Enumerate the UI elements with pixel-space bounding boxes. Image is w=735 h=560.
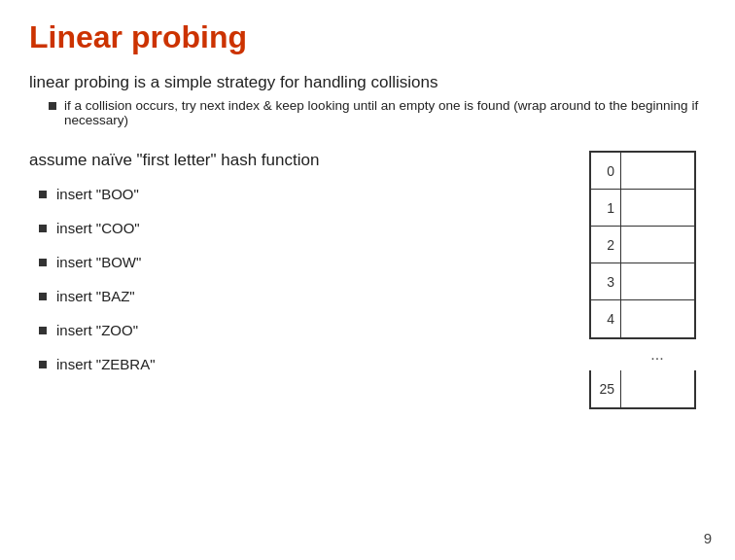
slide: Linear probing linear probing is a simpl… <box>0 0 735 560</box>
insert-item-1: insert "COO" <box>56 220 140 236</box>
left-column: assume naïve "first letter" hash functio… <box>29 151 579 390</box>
hash-cell-0 <box>620 153 694 189</box>
assume-text: assume naïve "first letter" hash functio… <box>29 151 319 170</box>
insert-item-4: insert "ZOO" <box>56 322 138 338</box>
ellipsis-text: ... <box>618 346 696 364</box>
hash-index-3: 3 <box>591 274 620 290</box>
assume-line: assume naïve "first letter" hash functio… <box>29 151 570 170</box>
page-title: Linear probing <box>29 19 706 55</box>
list-item: insert "BOO" <box>39 186 570 202</box>
hash-row-3: 3 <box>591 263 694 300</box>
hash-table: 0 1 2 3 4 <box>589 151 696 339</box>
insert-item-0: insert "BOO" <box>56 186 139 202</box>
hash-cell-25 <box>620 370 694 407</box>
hash-cell-2 <box>620 227 694 262</box>
list-item: insert "COO" <box>39 220 570 236</box>
insert-item-5: insert "ZEBRA" <box>56 356 156 372</box>
hash-cell-1 <box>620 190 694 226</box>
hash-index-25: 25 <box>591 381 620 397</box>
bullet-1-text: if a collision occurs, try next index & … <box>64 98 706 127</box>
hash-row-4: 4 <box>591 300 694 337</box>
bullet-icon <box>39 327 47 334</box>
hash-index-0: 0 <box>591 163 620 179</box>
subtitle: linear probing is a simple strategy for … <box>29 73 706 92</box>
hash-row-25-container: 25 <box>589 370 696 409</box>
hash-index-2: 2 <box>591 237 620 253</box>
hash-row-25: 25 <box>591 370 694 407</box>
insert-item-3: insert "BAZ" <box>56 288 135 304</box>
insert-item-2: insert "BOW" <box>56 254 141 270</box>
bullet-icon <box>39 293 47 300</box>
content-area: assume naïve "first letter" hash functio… <box>29 151 706 409</box>
list-item: insert "ZOO" <box>39 322 570 338</box>
bullet-icon <box>39 259 47 266</box>
list-item: insert "ZEBRA" <box>39 356 570 372</box>
insert-list: insert "BOO" insert "COO" insert "BOW" i… <box>39 186 570 372</box>
page-number: 9 <box>704 530 712 546</box>
hash-cell-4 <box>620 300 694 337</box>
hash-table-area: 0 1 2 3 4 <box>579 151 706 409</box>
hash-row-0: 0 <box>591 153 694 190</box>
bullet-square-icon <box>49 102 56 110</box>
hash-row-1: 1 <box>591 190 694 227</box>
hash-index-4: 4 <box>591 311 620 327</box>
bullet-icon <box>39 225 47 232</box>
hash-index-1: 1 <box>591 200 620 216</box>
bullet-1: if a collision occurs, try next index & … <box>49 98 706 127</box>
hash-cell-3 <box>620 263 694 299</box>
ellipsis-row: ... <box>589 339 696 370</box>
bullet-icon <box>39 361 47 368</box>
hash-row-2: 2 <box>591 227 694 263</box>
list-item: insert "BOW" <box>39 254 570 270</box>
list-item: insert "BAZ" <box>39 288 570 304</box>
bullet-icon <box>39 191 47 198</box>
